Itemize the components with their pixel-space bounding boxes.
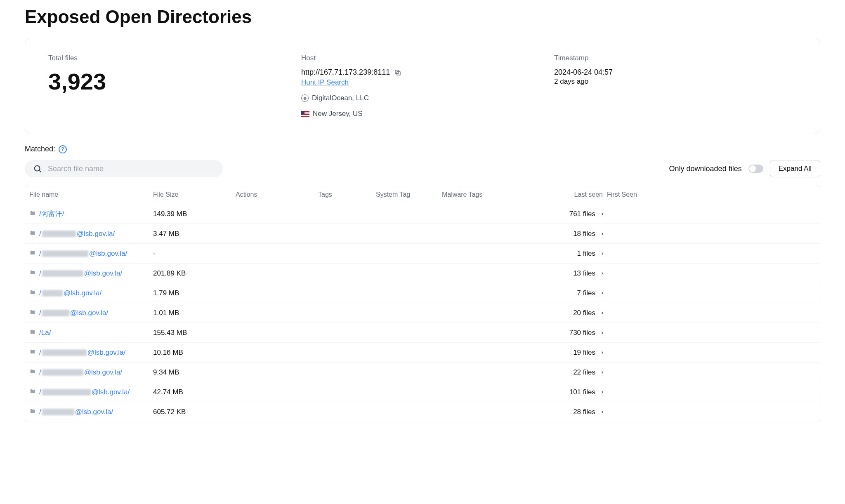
- file-count: 18 files: [573, 230, 595, 238]
- chevron-right-icon[interactable]: [600, 388, 604, 396]
- redacted-segment: [42, 349, 87, 356]
- file-name-link[interactable]: /@lsb.gov.la/: [39, 388, 130, 396]
- table-row[interactable]: /@lsb.gov.la/10.16 MB19 files: [25, 343, 820, 363]
- file-size-cell: 1.79 MB: [153, 289, 219, 297]
- file-name-link[interactable]: /@lsb.gov.la/: [39, 250, 127, 258]
- chevron-right-icon[interactable]: [600, 230, 604, 238]
- folder-icon: [29, 368, 36, 377]
- timestamp-label: Timestamp: [554, 54, 787, 62]
- hunt-ip-search-link[interactable]: Hunt IP Search: [301, 78, 349, 87]
- chevron-right-icon[interactable]: [600, 289, 604, 297]
- file-name-link[interactable]: /@lsb.gov.la/: [39, 309, 108, 317]
- file-count: 761 files: [569, 210, 595, 218]
- table-row[interactable]: /@lsb.gov.la/-1 files: [25, 244, 820, 264]
- timestamp-value: 2024-06-24 04:57: [554, 68, 787, 77]
- chevron-right-icon[interactable]: [600, 250, 604, 258]
- folder-icon: [29, 269, 36, 278]
- help-icon[interactable]: ?: [59, 145, 67, 153]
- th-tags: Tags: [302, 191, 376, 198]
- table-header: File name File Size Actions Tags System …: [25, 185, 820, 204]
- host-location: New Jersey, US: [313, 110, 363, 118]
- file-size-cell: 149.39 MB: [153, 210, 219, 218]
- file-count: 20 files: [573, 309, 595, 317]
- folder-icon: [29, 230, 36, 238]
- table-row[interactable]: /@lsb.gov.la/605.72 KB28 files: [25, 402, 820, 422]
- table-row[interactable]: /@lsb.gov.la/201.89 KB13 files: [25, 264, 820, 283]
- file-size-cell: 9.34 MB: [153, 368, 219, 377]
- file-name-link[interactable]: /La/: [39, 329, 51, 337]
- table-row[interactable]: /La/155.43 MB730 files: [25, 323, 820, 343]
- file-size-cell: 1.01 MB: [153, 309, 219, 317]
- timestamp-ago: 2 days ago: [554, 78, 787, 86]
- expand-all-button[interactable]: Expand All: [770, 160, 820, 177]
- us-flag-icon: [301, 111, 309, 117]
- total-files-label: Total files: [48, 54, 281, 62]
- files-table: File name File Size Actions Tags System …: [25, 185, 820, 422]
- file-name-link[interactable]: /阿富汗/: [39, 209, 64, 219]
- chevron-right-icon[interactable]: [600, 408, 604, 416]
- last-seen-cell: 13 files: [524, 269, 607, 278]
- matched-label: Matched:: [25, 145, 55, 153]
- summary-total-files: Total files 3,923: [48, 54, 291, 118]
- copy-icon[interactable]: [394, 69, 401, 76]
- chevron-right-icon[interactable]: [600, 349, 604, 357]
- redacted-segment: [42, 389, 91, 396]
- th-malware-tags: Malware Tags: [442, 191, 524, 198]
- last-seen-cell: 1 files: [524, 250, 607, 258]
- last-seen-cell: 761 files: [524, 210, 607, 218]
- host-url: http://167.71.173.239:8111: [301, 68, 390, 77]
- file-count: 7 files: [577, 289, 595, 297]
- redacted-segment: [42, 409, 74, 415]
- file-name-link[interactable]: /@lsb.gov.la/: [39, 408, 113, 416]
- file-name-cell: /@lsb.gov.la/: [29, 269, 153, 278]
- file-size-cell: -: [153, 250, 219, 258]
- only-downloaded-label: Only downloaded files: [669, 165, 742, 173]
- search-box[interactable]: [25, 160, 223, 177]
- last-seen-cell: 730 files: [524, 329, 607, 337]
- folder-icon: [29, 289, 36, 297]
- file-name-link[interactable]: /@lsb.gov.la/: [39, 349, 125, 357]
- file-name-cell: /@lsb.gov.la/: [29, 349, 153, 357]
- svg-point-2: [35, 166, 40, 171]
- last-seen-cell: 28 files: [524, 408, 607, 416]
- summary-card: Total files 3,923 Host http://167.71.173…: [25, 39, 820, 133]
- table-row[interactable]: /@lsb.gov.la/42.74 MB101 files: [25, 382, 820, 402]
- table-row[interactable]: /阿富汗/149.39 MB761 files: [25, 204, 820, 224]
- search-input[interactable]: [48, 165, 215, 173]
- file-name-cell: /@lsb.gov.la/: [29, 309, 153, 317]
- folder-icon: [29, 250, 36, 258]
- file-count: 730 files: [569, 329, 595, 337]
- redacted-segment: [42, 231, 76, 237]
- page-title: Exposed Open Directories: [25, 7, 820, 27]
- file-name-cell: /@lsb.gov.la/: [29, 230, 153, 238]
- table-row[interactable]: /@lsb.gov.la/3.47 MB18 files: [25, 224, 820, 244]
- file-count: 19 files: [573, 349, 595, 357]
- file-name-cell: /@lsb.gov.la/: [29, 368, 153, 377]
- chevron-right-icon[interactable]: [600, 368, 604, 377]
- summary-host: Host http://167.71.173.239:8111 Hunt IP …: [291, 54, 544, 118]
- file-name-cell: /@lsb.gov.la/: [29, 250, 153, 258]
- table-row[interactable]: /@lsb.gov.la/1.01 MB20 files: [25, 303, 820, 323]
- asn-icon: ⊕: [301, 94, 309, 102]
- last-seen-cell: 101 files: [524, 388, 607, 396]
- file-name-cell: /@lsb.gov.la/: [29, 289, 153, 297]
- last-seen-cell: 22 files: [524, 368, 607, 377]
- file-name-link[interactable]: /@lsb.gov.la/: [39, 368, 122, 377]
- chevron-right-icon[interactable]: [600, 309, 604, 317]
- table-row[interactable]: /@lsb.gov.la/1.79 MB7 files: [25, 283, 820, 303]
- chevron-right-icon[interactable]: [600, 210, 604, 218]
- toolbar: Only downloaded files Expand All: [25, 160, 820, 177]
- file-name-link[interactable]: /@lsb.gov.la/: [39, 289, 101, 297]
- file-name-link[interactable]: /@lsb.gov.la/: [39, 269, 122, 278]
- table-row[interactable]: /@lsb.gov.la/9.34 MB22 files: [25, 363, 820, 382]
- file-count: 28 files: [573, 408, 595, 416]
- chevron-right-icon[interactable]: [600, 329, 604, 337]
- folder-icon: [29, 349, 36, 357]
- total-files-value: 3,923: [48, 68, 281, 95]
- file-name-link[interactable]: /@lsb.gov.la/: [39, 230, 115, 238]
- redacted-segment: [42, 369, 83, 376]
- only-downloaded-toggle[interactable]: [748, 165, 763, 173]
- folder-icon: [29, 309, 36, 317]
- chevron-right-icon[interactable]: [600, 269, 604, 278]
- file-size-cell: 155.43 MB: [153, 329, 219, 337]
